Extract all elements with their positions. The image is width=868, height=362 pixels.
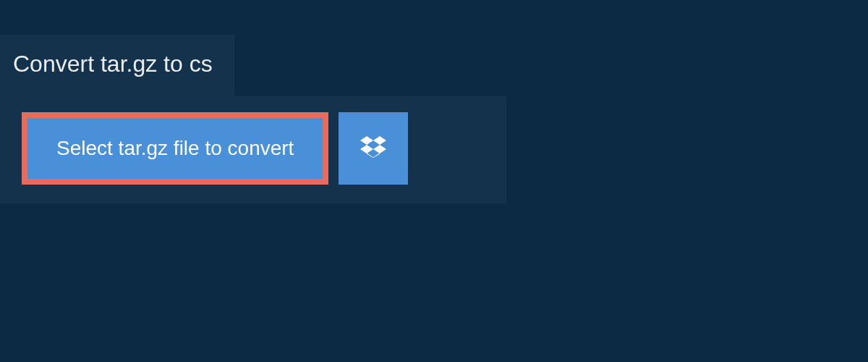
dropbox-icon [360, 134, 386, 163]
select-file-button[interactable]: Select tar.gz file to convert [22, 112, 328, 185]
select-file-label: Select tar.gz file to convert [56, 137, 294, 160]
active-tab[interactable]: Convert tar.gz to cs [0, 35, 234, 96]
dropbox-button[interactable] [339, 112, 408, 185]
tab-title: Convert tar.gz to cs [13, 51, 213, 77]
button-row: Select tar.gz file to convert [22, 112, 489, 185]
upload-panel: Select tar.gz file to convert [0, 96, 506, 203]
